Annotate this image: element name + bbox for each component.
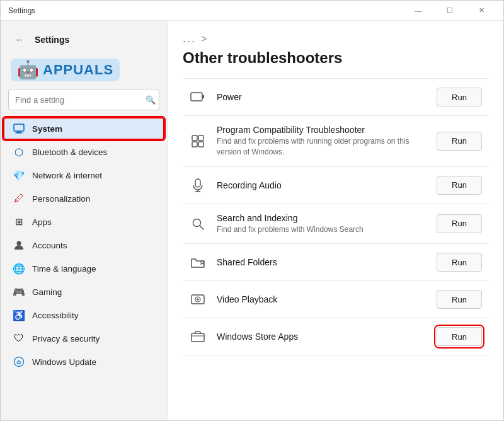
compatibility-name: Program Compatibility Troubleshooter bbox=[217, 125, 427, 135]
sidebar-item-privacy-label: Privacy & security bbox=[32, 334, 100, 343]
close-button[interactable]: ✕ bbox=[467, 1, 496, 21]
shared-folders-icon bbox=[189, 253, 207, 271]
recording-run-button[interactable]: Run bbox=[437, 176, 482, 195]
search-indexing-desc: Find and fix problems with Windows Searc… bbox=[217, 224, 427, 235]
breadcrumb: ... > bbox=[183, 21, 488, 49]
network-icon: 💎 bbox=[13, 170, 25, 181]
search-indexing-icon bbox=[189, 215, 207, 233]
video-playback-icon bbox=[189, 291, 207, 308]
compatibility-run-button[interactable]: Run bbox=[437, 132, 482, 151]
table-row: Recording Audio Run bbox=[183, 167, 488, 204]
svg-rect-11 bbox=[195, 179, 200, 187]
svg-line-15 bbox=[200, 226, 203, 229]
system-icon bbox=[13, 123, 25, 134]
time-icon: 🌐 bbox=[13, 263, 25, 274]
windows-store-info: Windows Store Apps bbox=[217, 332, 427, 342]
search-indexing-info: Search and Indexing Find and fix problem… bbox=[217, 213, 427, 235]
sidebar-item-update[interactable]: Windows Update bbox=[3, 350, 164, 373]
power-icon bbox=[189, 88, 207, 106]
video-playback-name: Video Playback bbox=[217, 294, 427, 304]
shared-folders-run-button[interactable]: Run bbox=[437, 253, 482, 272]
sidebar-item-time[interactable]: 🌐 Time & language bbox=[3, 257, 164, 280]
minimize-button[interactable]: — bbox=[404, 1, 433, 21]
svg-rect-0 bbox=[14, 124, 24, 131]
svg-rect-9 bbox=[192, 142, 197, 147]
page-title: Other troubleshooters bbox=[183, 49, 488, 67]
search-input[interactable] bbox=[8, 89, 159, 110]
sidebar-item-apps-label: Apps bbox=[32, 217, 52, 227]
svg-rect-7 bbox=[192, 136, 197, 141]
table-row: Video Playback Run bbox=[183, 281, 488, 318]
logo-text: APPUALS bbox=[43, 62, 113, 78]
breadcrumb-separator: > bbox=[201, 33, 207, 45]
power-info: Power bbox=[217, 92, 427, 102]
sidebar: ← Settings 🤖 APPUALS 🔍 bbox=[1, 21, 168, 420]
power-run-button[interactable]: Run bbox=[437, 88, 482, 107]
troubleshooter-list: Power Run Program Co bbox=[183, 78, 488, 355]
sidebar-nav: System ⬡ Bluetooth & devices 💎 Network &… bbox=[1, 117, 167, 374]
back-button[interactable]: ← bbox=[11, 31, 28, 49]
sidebar-item-time-label: Time & language bbox=[32, 264, 96, 274]
svg-point-3 bbox=[17, 241, 21, 246]
compatibility-icon bbox=[189, 132, 207, 150]
sidebar-item-update-label: Windows Update bbox=[32, 357, 96, 367]
sidebar-item-bluetooth[interactable]: ⬡ Bluetooth & devices bbox=[3, 141, 164, 163]
sidebar-item-accessibility[interactable]: ♿ Accessibility bbox=[3, 304, 164, 326]
windows-store-name: Windows Store Apps bbox=[217, 332, 427, 342]
privacy-icon: 🛡 bbox=[13, 333, 25, 344]
sidebar-item-bluetooth-label: Bluetooth & devices bbox=[32, 147, 107, 157]
svg-marker-19 bbox=[197, 298, 200, 301]
settings-window: Settings — ☐ ✕ ← Settings 🤖 APPUALS 🔍 bbox=[0, 0, 504, 421]
compatibility-desc: Find and fix problems with running older… bbox=[217, 136, 427, 158]
sidebar-item-network[interactable]: 💎 Network & internet bbox=[3, 164, 164, 187]
search-icon[interactable]: 🔍 bbox=[146, 95, 156, 105]
sidebar-item-gaming-label: Gaming bbox=[32, 287, 62, 297]
recording-info: Recording Audio bbox=[217, 180, 427, 190]
svg-rect-8 bbox=[198, 136, 203, 141]
app-title: Settings bbox=[35, 35, 69, 45]
compatibility-info: Program Compatibility Troubleshooter Fin… bbox=[217, 125, 427, 158]
svg-rect-2 bbox=[15, 133, 23, 134]
shared-folders-name: Shared Folders bbox=[217, 257, 427, 267]
sidebar-item-apps[interactable]: ⊞ Apps bbox=[3, 211, 164, 233]
accessibility-icon: ♿ bbox=[13, 309, 25, 321]
sidebar-item-accounts[interactable]: Accounts bbox=[3, 234, 164, 257]
personalization-icon: 🖊 bbox=[13, 193, 25, 204]
title-bar: Settings — ☐ ✕ bbox=[1, 1, 503, 21]
sidebar-item-privacy[interactable]: 🛡 Privacy & security bbox=[3, 327, 164, 350]
bluetooth-icon: ⬡ bbox=[13, 146, 25, 158]
sidebar-item-accessibility-label: Accessibility bbox=[32, 311, 79, 320]
sidebar-item-personalization[interactable]: 🖊 Personalization bbox=[3, 187, 164, 210]
video-playback-run-button[interactable]: Run bbox=[437, 290, 482, 309]
sidebar-item-system-label: System bbox=[32, 124, 62, 134]
windows-store-icon bbox=[189, 328, 207, 345]
search-indexing-name: Search and Indexing bbox=[217, 213, 427, 223]
sidebar-header: ← Settings bbox=[1, 21, 167, 54]
table-row: Program Compatibility Troubleshooter Fin… bbox=[183, 116, 488, 167]
recording-icon bbox=[189, 176, 207, 194]
maximize-button[interactable]: ☐ bbox=[435, 1, 464, 21]
gaming-icon: 🎮 bbox=[13, 286, 25, 297]
windows-store-run-button[interactable]: Run bbox=[437, 327, 482, 346]
table-row: Power Run bbox=[183, 78, 488, 116]
system-highlight-box bbox=[3, 117, 164, 140]
svg-rect-20 bbox=[192, 333, 204, 342]
apps-icon: ⊞ bbox=[13, 216, 25, 228]
search-box: 🔍 bbox=[8, 89, 159, 110]
logo-area: 🤖 APPUALS bbox=[1, 54, 167, 89]
video-playback-info: Video Playback bbox=[217, 294, 427, 304]
power-name: Power bbox=[217, 92, 427, 102]
main-content: ... > Other troubleshooters Power bbox=[168, 21, 503, 420]
accounts-icon bbox=[13, 239, 25, 251]
table-row: Shared Folders Run bbox=[183, 244, 488, 281]
sidebar-item-system[interactable]: System bbox=[3, 117, 164, 140]
content-area: ← Settings 🤖 APPUALS 🔍 bbox=[1, 21, 503, 420]
window-controls: — ☐ ✕ bbox=[404, 1, 496, 21]
svg-rect-6 bbox=[202, 95, 204, 98]
logo-box: 🤖 APPUALS bbox=[11, 59, 120, 81]
search-indexing-run-button[interactable]: Run bbox=[437, 214, 482, 233]
logo-character: 🤖 bbox=[17, 61, 39, 79]
window-title: Settings bbox=[8, 6, 404, 15]
sidebar-item-personalization-label: Personalization bbox=[32, 194, 90, 204]
sidebar-item-gaming[interactable]: 🎮 Gaming bbox=[3, 280, 164, 303]
